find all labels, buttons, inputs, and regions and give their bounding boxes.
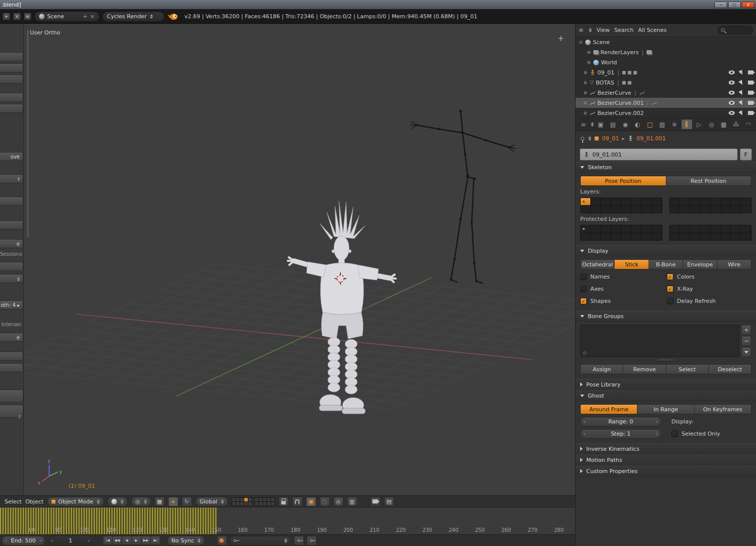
layer-toggle[interactable] (271, 498, 275, 501)
toolshelf-button[interactable] (0, 262, 23, 271)
play-button[interactable]: ▶ (132, 536, 141, 545)
transform-orientation-dropdown[interactable]: Global (196, 497, 228, 506)
properties-tab-renderlayers[interactable]: ▤ (608, 119, 619, 130)
layer-toggle[interactable] (690, 198, 700, 205)
object-menu[interactable]: Object (25, 498, 44, 505)
layer-toggle[interactable] (591, 225, 600, 232)
layer-toggle[interactable] (670, 198, 679, 205)
rest-position-button[interactable]: Rest Position (666, 176, 752, 186)
layer-toggle[interactable] (581, 233, 590, 240)
character-mesh[interactable] (288, 201, 396, 414)
sync-dropdown[interactable]: No Sync (167, 536, 205, 545)
layer-toggle[interactable] (611, 198, 621, 205)
deselect-button[interactable]: Deselect (709, 364, 751, 374)
visibility-eye-icon[interactable] (729, 70, 735, 74)
layer-toggle[interactable] (670, 206, 679, 213)
layer-toggle[interactable] (731, 198, 740, 205)
render-engine-dropdown[interactable]: Cycles Render (102, 12, 164, 21)
properties-tab-render[interactable]: ▣ (595, 119, 606, 130)
toolshelf-button[interactable] (0, 104, 23, 113)
layer-toggle[interactable] (248, 502, 252, 505)
properties-tab-scene[interactable]: ◉ (620, 119, 631, 130)
toolshelf-button[interactable]: e (0, 239, 23, 248)
armature-name-field[interactable]: 09_01.001 (580, 148, 738, 161)
layer-toggle[interactable] (700, 225, 710, 232)
layer-toggle[interactable] (690, 225, 700, 232)
layer-toggle[interactable] (236, 498, 240, 501)
viewport-scrollbar[interactable] (27, 30, 29, 238)
layer-toggle[interactable] (591, 198, 600, 205)
layer-toggle[interactable] (731, 225, 740, 232)
panel-header-display[interactable]: Display (576, 245, 756, 256)
selectability-cursor-icon[interactable] (738, 110, 744, 116)
jump-to-end-button[interactable]: ▶| (151, 536, 161, 545)
outliner-row-armature[interactable]: ⊕ 09_01 | (576, 67, 756, 77)
lock-to-scene-button[interactable] (279, 497, 289, 506)
manipulator-rotate-button[interactable]: ↻ (182, 497, 192, 506)
layer-toggle[interactable] (259, 502, 262, 505)
viewport-shading-dropdown[interactable] (107, 497, 128, 506)
delete-scene-icon[interactable]: × (13, 13, 21, 20)
layer-toggle[interactable] (652, 225, 661, 232)
shapes-checkbox[interactable]: ✓ (580, 298, 587, 304)
layer-toggle[interactable] (271, 502, 275, 505)
properties-editor-icon[interactable]: ≡ (578, 119, 589, 130)
layer-toggle[interactable] (232, 498, 236, 501)
toolshelf-button[interactable] (0, 93, 23, 102)
layer-toggle[interactable] (710, 233, 720, 240)
layer-toggle[interactable] (731, 206, 740, 213)
bone-group-specials-menu[interactable] (741, 347, 751, 357)
fake-user-button[interactable]: F (740, 148, 752, 161)
outliner-search-input[interactable] (717, 26, 753, 34)
layer-toggle[interactable] (591, 233, 600, 240)
toolshelf-button[interactable] (0, 220, 23, 229)
layer-toggle[interactable] (581, 206, 590, 213)
decrement-arrow-icon[interactable]: ‹ (5, 538, 7, 543)
increment-arrow-icon[interactable]: › (656, 431, 658, 437)
toolshelf-button[interactable]: ove (0, 152, 23, 161)
mode-envelope-button[interactable]: Envelope (683, 259, 717, 269)
layer-toggle[interactable] (700, 233, 710, 240)
delay-refresh-checkbox[interactable]: ✓ (667, 298, 673, 304)
decrement-arrow-icon[interactable]: ‹ (51, 538, 53, 543)
assign-button[interactable]: Assign (580, 364, 623, 374)
layer-toggle[interactable] (721, 225, 730, 232)
colors-checkbox[interactable]: ✓ (667, 274, 673, 280)
armature-object[interactable] (410, 109, 515, 283)
select-menu[interactable]: Select (5, 498, 22, 505)
layer-toggle[interactable] (267, 502, 271, 505)
layer-toggle[interactable] (710, 198, 720, 205)
prev-keyframe-button[interactable]: ◀◀ (112, 536, 122, 545)
scene-datablock-field[interactable]: Scene + × (34, 12, 99, 21)
layer-toggle[interactable] (641, 206, 651, 213)
close-button[interactable]: × (742, 2, 754, 8)
render-opengl-anim-button[interactable]: ▤ (384, 497, 394, 506)
outliner-scenes-dropdown[interactable]: All Scenes (638, 27, 666, 33)
layer-toggle[interactable] (591, 206, 600, 213)
panel-expand-icon[interactable]: + (557, 35, 564, 42)
layer-toggle[interactable] (240, 498, 244, 501)
bone-groups-list[interactable] (580, 325, 739, 357)
viewport-3d[interactable]: z y x User Ortho + (1) 09_01 (24, 24, 575, 495)
increment-arrow-icon[interactable]: › (88, 538, 90, 543)
outliner-row-renderlayers[interactable]: ⊕ RenderLayers | (576, 47, 756, 57)
layer-toggle[interactable] (631, 225, 641, 232)
layer-toggle[interactable] (700, 206, 710, 213)
toolshelf-button[interactable] (0, 389, 23, 403)
snap-project-button[interactable]: ▥ (347, 497, 357, 506)
outliner-row-beziercurve-001[interactable]: ⊕ BezierCurve.001 | (576, 98, 756, 108)
layer-toggle[interactable] (690, 206, 700, 213)
layer-toggle[interactable] (721, 198, 730, 205)
layer-toggle[interactable] (680, 198, 690, 205)
pin-icon[interactable] (581, 137, 584, 140)
renderability-camera-icon[interactable] (748, 81, 753, 85)
mode-stick-button[interactable]: Stick (615, 259, 649, 269)
layer-toggle[interactable] (680, 233, 690, 240)
snap-toggle-button[interactable] (292, 497, 303, 506)
layer-toggle[interactable] (601, 206, 611, 213)
layer-toggle[interactable] (244, 502, 248, 505)
outliner-menu-view[interactable]: View (596, 27, 610, 33)
toolshelf-button[interactable] (0, 197, 23, 206)
layer-toggle[interactable] (601, 198, 611, 205)
end-frame-field[interactable]: ‹End: 500› (2, 536, 45, 545)
